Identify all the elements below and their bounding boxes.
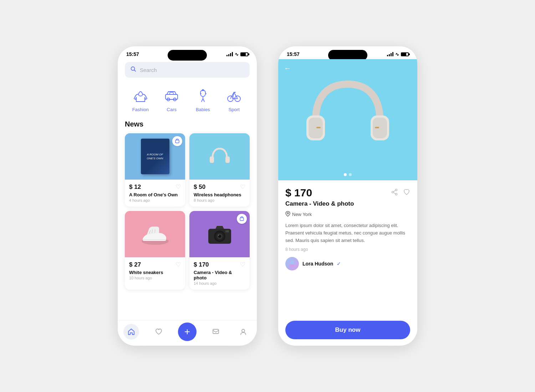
svg-rect-26 xyxy=(373,118,387,138)
news-card-headphones-sm[interactable]: $ 50 ♡ Wireless headphones 8 hours ago xyxy=(189,133,250,207)
svg-point-34 xyxy=(287,213,289,214)
svg-line-1 xyxy=(134,70,136,72)
card-price-sneakers: $ 27 xyxy=(129,261,141,268)
favorite-icon-book[interactable]: ♡ xyxy=(175,183,181,191)
babies-icon xyxy=(194,86,212,105)
dot-2 xyxy=(349,173,352,176)
status-icons-left: ∿ xyxy=(226,52,248,57)
nav-messages-button[interactable] xyxy=(208,324,224,340)
svg-point-30 xyxy=(396,193,397,195)
nav-profile-button[interactable] xyxy=(235,324,251,340)
seller-avatar xyxy=(285,257,299,270)
card-image-camera xyxy=(189,211,250,257)
time-right: 15:57 xyxy=(287,51,300,57)
favorite-icon-camera[interactable]: ♡ xyxy=(240,261,245,268)
news-card-sneakers[interactable]: $ 27 ♡ White sneakers 10 hours ago xyxy=(125,211,185,290)
svg-rect-20 xyxy=(240,218,244,221)
cars-icon xyxy=(162,86,181,105)
buy-now-button[interactable]: Buy now xyxy=(285,321,410,339)
category-cars[interactable]: Cars xyxy=(162,86,181,112)
card-body-headphones-sm: $ 50 ♡ Wireless headphones 8 hours ago xyxy=(189,180,250,207)
card-image-headphones xyxy=(189,133,250,180)
nav-home-button[interactable] xyxy=(123,324,139,340)
card-title-headphones-sm: Wireless headphones xyxy=(194,192,245,197)
svg-rect-21 xyxy=(213,329,219,334)
bottom-nav: + xyxy=(118,320,257,346)
svg-line-32 xyxy=(393,190,395,192)
card-title-book: A Room of One's Own xyxy=(129,192,181,197)
product-image-area: ← xyxy=(278,59,417,180)
svg-rect-24 xyxy=(309,118,323,138)
fashion-label: Fashion xyxy=(132,107,149,112)
fashion-icon xyxy=(131,86,150,105)
card-time-camera: 14 hours ago xyxy=(194,281,245,285)
sneakers-icon xyxy=(139,222,171,247)
location-pin-icon xyxy=(285,211,290,218)
search-bar[interactable]: Search xyxy=(125,62,250,78)
card-title-sneakers: White sneakers xyxy=(129,270,181,275)
search-icon xyxy=(131,66,136,73)
babies-label: Babies xyxy=(196,107,210,112)
svg-rect-19 xyxy=(225,230,229,232)
seller-name: Lora Hudson xyxy=(302,261,333,267)
seller-row: Lora Hudson ✓ xyxy=(285,257,410,270)
card-body-camera: $ 170 ♡ Camera - Video & photo 14 hours … xyxy=(189,257,250,290)
favorite-icon-sneakers[interactable]: ♡ xyxy=(175,261,181,268)
product-price-row: $ 170 xyxy=(285,187,410,199)
news-card-camera[interactable]: $ 170 ♡ Camera - Video & photo 14 hours … xyxy=(189,211,250,290)
back-button[interactable]: ← xyxy=(284,64,291,72)
card-time-sneakers: 10 hours ago xyxy=(129,276,181,280)
wifi-icon-right: ∿ xyxy=(395,52,399,57)
svg-rect-28 xyxy=(316,127,321,128)
signal-icon-right xyxy=(387,52,393,56)
nav-add-button[interactable]: + xyxy=(178,323,197,341)
location-row: New York xyxy=(285,211,410,218)
phone-left-content: Search Fashion xyxy=(118,59,257,339)
dot-indicators xyxy=(344,173,352,176)
card-price-headphones-sm: $ 50 xyxy=(194,184,205,191)
card-time-headphones-sm: 8 hours ago xyxy=(194,198,245,202)
svg-point-22 xyxy=(242,329,245,332)
news-card-book[interactable]: A ROOM OF ONE'S OWN $ 12 ♡ xyxy=(125,133,185,207)
dynamic-island-left xyxy=(168,50,207,61)
time-left: 15:57 xyxy=(126,51,139,57)
favorite-icon-headphones-sm[interactable]: ♡ xyxy=(240,183,245,191)
news-title: News xyxy=(125,120,250,128)
signal-icon xyxy=(226,52,233,56)
product-name: Camera - Video & photo xyxy=(285,200,410,207)
product-description: Lorem ipsum dolor sit amet, consectetur … xyxy=(285,222,410,244)
product-location: New York xyxy=(292,212,312,217)
sport-icon xyxy=(225,86,243,105)
dot-1 xyxy=(344,173,347,176)
svg-rect-9 xyxy=(175,140,179,143)
status-bar-right: 15:57 ∿ xyxy=(278,46,417,59)
svg-rect-10 xyxy=(210,156,214,163)
favorite-icon-product[interactable] xyxy=(403,189,410,197)
svg-point-29 xyxy=(396,189,397,191)
sport-label: Sport xyxy=(229,107,240,112)
battery-icon xyxy=(240,52,248,56)
product-time: 8 hours ago xyxy=(285,247,410,252)
card-price-book: $ 12 xyxy=(129,184,141,191)
status-icons-right: ∿ xyxy=(387,52,409,57)
nav-favorites-button[interactable] xyxy=(151,324,167,340)
card-body-sneakers: $ 27 ♡ White sneakers 10 hours ago xyxy=(125,257,185,284)
svg-point-35 xyxy=(290,261,294,264)
category-sport[interactable]: Sport xyxy=(225,86,243,112)
product-details: $ 170 Camera - Vide xyxy=(278,180,417,299)
card-title-camera: Camera - Video & photo xyxy=(194,270,245,280)
right-phone: 15:57 ∿ ← xyxy=(278,46,417,346)
product-price: $ 170 xyxy=(285,187,312,199)
camera-icon xyxy=(205,222,234,247)
verified-icon: ✓ xyxy=(337,261,341,267)
wifi-icon: ∿ xyxy=(235,52,239,57)
book-illustration: A ROOM OF ONE'S OWN xyxy=(141,139,169,174)
category-babies[interactable]: Babies xyxy=(194,86,212,112)
category-fashion[interactable]: Fashion xyxy=(131,86,150,112)
search-placeholder[interactable]: Search xyxy=(140,67,157,73)
news-grid: A ROOM OF ONE'S OWN $ 12 ♡ xyxy=(125,133,250,290)
status-bar-left: 15:57 ∿ xyxy=(118,46,257,59)
share-icon[interactable] xyxy=(391,189,398,197)
headphones-sm-icon xyxy=(205,142,234,171)
product-headphones-large xyxy=(298,73,398,166)
